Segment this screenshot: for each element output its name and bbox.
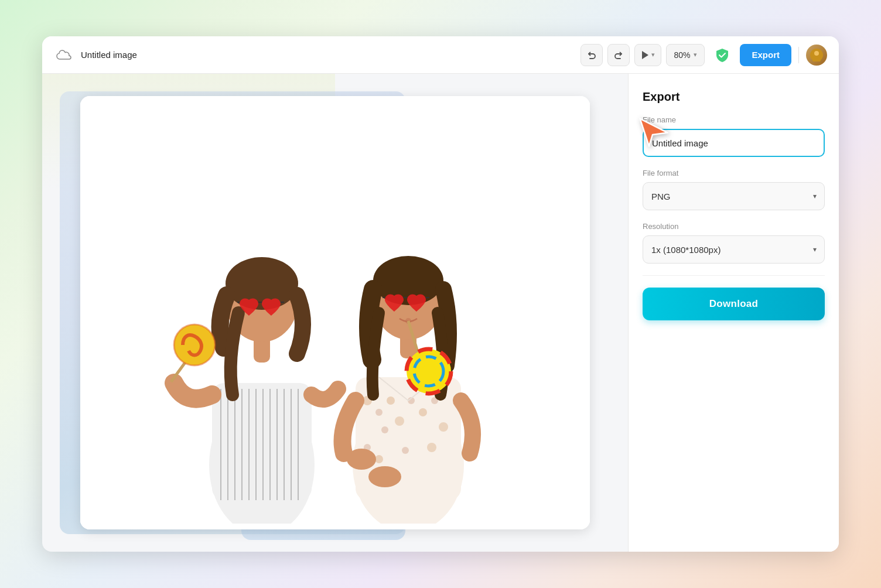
resolution-label: Resolution <box>643 222 825 231</box>
svg-point-30 <box>375 409 383 416</box>
export-panel: Export File name File format PNG JPG SVG… <box>628 74 839 552</box>
svg-point-31 <box>387 396 395 405</box>
zoom-dropdown-icon: ▾ <box>694 51 697 59</box>
svg-point-40 <box>402 447 409 454</box>
avatar[interactable] <box>806 45 827 66</box>
file-name-group: File name <box>643 115 825 157</box>
svg-point-35 <box>419 408 427 416</box>
toolbar: Untitled image ▾ <box>42 36 839 74</box>
toolbar-right: Export <box>712 44 827 66</box>
svg-rect-3 <box>80 102 590 524</box>
svg-point-32 <box>381 426 388 433</box>
canvas-area <box>42 74 628 552</box>
resolution-select-wrapper: 1x (1080*1080px) 2x (2160*2160px) 0.5x (… <box>643 235 825 264</box>
zoom-control[interactable]: 80% ▾ <box>666 44 705 66</box>
svg-point-1 <box>814 51 819 56</box>
resolution-group: Resolution 1x (1080*1080px) 2x (2160*216… <box>643 222 825 264</box>
file-format-label: File format <box>643 169 825 177</box>
svg-point-37 <box>439 422 448 432</box>
main-area: Export File name File format PNG JPG SVG… <box>42 74 839 552</box>
play-dropdown-icon: ▾ <box>651 51 655 59</box>
resolution-select[interactable]: 1x (1080*1080px) 2x (2160*2160px) 0.5x (… <box>643 235 825 264</box>
svg-point-55 <box>368 466 401 487</box>
export-button[interactable]: Export <box>740 44 791 66</box>
cloud-icon <box>54 45 75 66</box>
zoom-level: 80% <box>674 50 690 60</box>
shield-icon[interactable] <box>712 45 733 66</box>
redo-button[interactable] <box>607 44 630 66</box>
svg-point-39 <box>375 455 383 463</box>
document-title: Untitled image <box>81 50 137 60</box>
panel-divider <box>643 275 825 276</box>
toolbar-center: ▾ 80% ▾ <box>580 44 705 66</box>
file-name-input[interactable] <box>643 129 825 157</box>
undo-button[interactable] <box>580 44 603 66</box>
panel-title: Export <box>643 90 825 104</box>
file-format-group: File format PNG JPG SVG PDF WEBP ▾ <box>643 169 825 210</box>
toolbar-divider <box>798 47 799 63</box>
file-format-select[interactable]: PNG JPG SVG PDF WEBP <box>643 182 825 210</box>
app-window: Untitled image ▾ <box>42 36 839 552</box>
svg-point-54 <box>347 449 376 470</box>
svg-rect-5 <box>212 383 312 500</box>
file-name-label: File name <box>643 115 825 124</box>
canvas-card <box>80 96 590 529</box>
download-button[interactable]: Download <box>643 288 825 320</box>
svg-point-33 <box>395 416 404 426</box>
canvas-image <box>80 96 590 529</box>
svg-point-53 <box>422 364 436 378</box>
file-format-select-wrapper: PNG JPG SVG PDF WEBP ▾ <box>643 182 825 210</box>
play-button[interactable]: ▾ <box>634 44 661 66</box>
toolbar-left: Untitled image <box>54 45 573 66</box>
svg-point-41 <box>427 443 436 452</box>
